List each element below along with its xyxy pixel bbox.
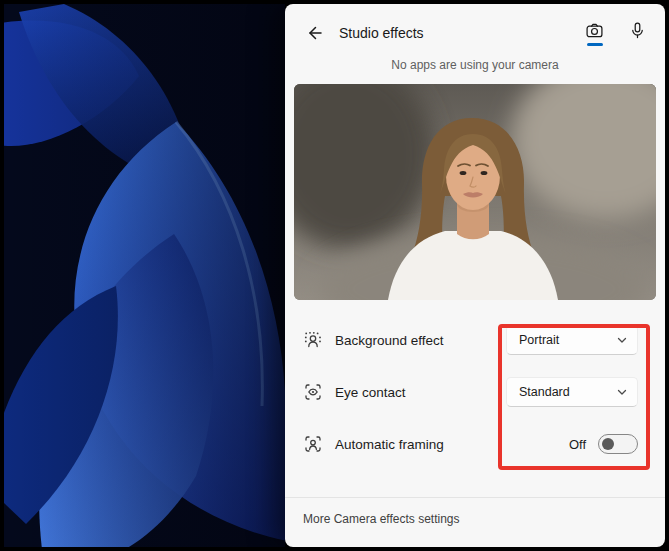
automatic-framing-state-label: Off [569,437,586,452]
panel-footer: More Camera effects settings [285,497,665,547]
automatic-framing-icon [303,434,323,454]
eye-contact-icon [303,382,323,402]
active-tab-indicator [587,43,603,46]
camera-status-text: No apps are using your camera [285,58,665,72]
camera-preview [294,84,656,300]
camera-tab[interactable] [585,21,604,46]
background-effect-row: Background effect Portrait [285,314,665,366]
camera-icon [585,21,604,40]
eye-contact-row: Eye contact Standard [285,366,665,418]
background-effect-dropdown[interactable]: Portrait [506,325,638,355]
eye-contact-label: Eye contact [335,385,406,400]
background-effect-icon [303,330,323,350]
more-camera-effects-settings-link[interactable]: More Camera effects settings [303,512,460,526]
wallpaper-bloom-art [4,4,285,547]
toggle-knob [602,438,614,450]
chevron-down-icon [616,334,628,346]
panel-header: Studio effects [303,20,647,46]
eye-contact-dropdown[interactable]: Standard [506,377,638,407]
background-effect-label: Background effect [335,333,444,348]
back-button[interactable] [303,21,327,45]
panel-title: Studio effects [339,25,424,41]
automatic-framing-toggle[interactable] [598,434,638,454]
microphone-tab[interactable] [628,21,647,40]
background-effect-value: Portrait [519,333,559,347]
back-arrow-icon [306,24,324,42]
studio-effects-panel: Studio effects [285,4,665,547]
automatic-framing-row: Automatic framing Off [285,418,665,470]
automatic-framing-label: Automatic framing [335,437,444,452]
camera-preview-feed [294,84,656,300]
header-tabs [585,21,647,46]
effects-settings-list: Background effect Portrait [285,314,665,470]
chevron-down-icon [616,386,628,398]
desktop-wallpaper [4,4,285,547]
eye-contact-value: Standard [519,385,570,399]
microphone-icon [628,21,647,40]
screenshot-root: Studio effects [0,0,669,551]
